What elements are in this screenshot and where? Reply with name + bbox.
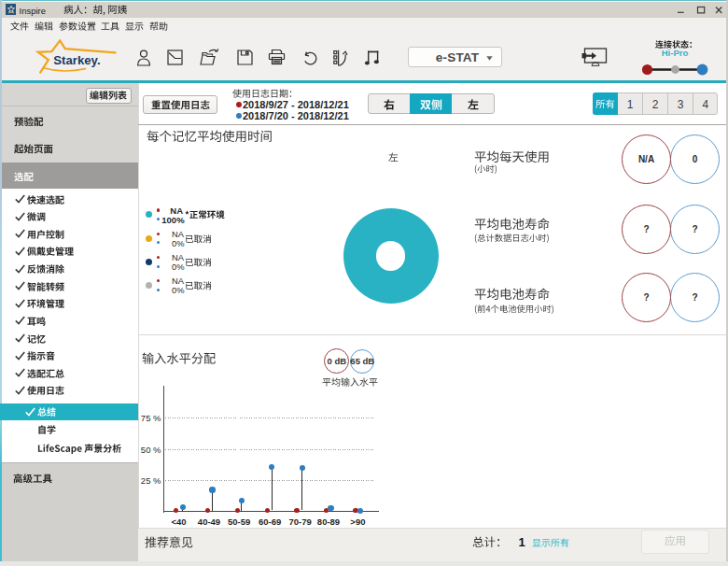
svg-text:Starkey.: Starkey.	[53, 53, 100, 67]
